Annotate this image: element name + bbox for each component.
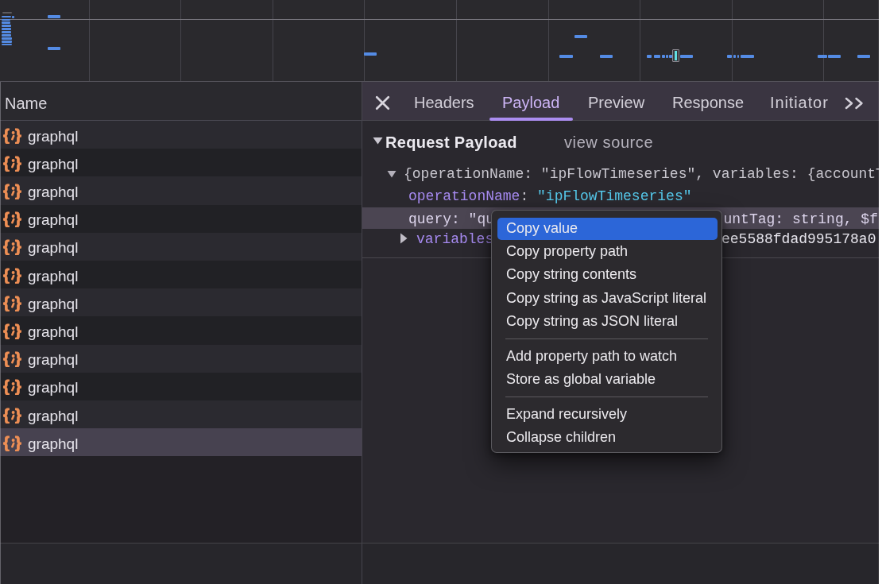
svg-text:}: } [15,322,21,339]
svg-text:{: { [3,182,10,199]
svg-text:}: } [15,350,21,367]
svg-text:}: } [15,238,21,255]
svg-text:{: { [3,210,10,227]
svg-text:}: } [15,434,21,451]
svg-text:{: { [3,377,10,395]
svg-text:{: { [3,350,10,367]
svg-text:{: { [3,294,10,311]
svg-text:}: } [15,266,21,284]
svg-text:{: { [3,154,10,172]
svg-text:}: } [15,126,21,144]
svg-text:}: } [15,182,21,199]
svg-text:}: } [15,154,21,172]
svg-text:{: { [3,434,10,451]
svg-text:{: { [3,322,10,339]
svg-text:}: } [15,210,21,227]
svg-text:{: { [3,406,10,424]
svg-text:{: { [3,126,10,144]
svg-text:{: { [3,238,10,255]
svg-text:}: } [15,294,21,311]
svg-text:{: { [3,266,10,284]
svg-text:}: } [15,406,21,424]
svg-text:}: } [15,377,21,395]
